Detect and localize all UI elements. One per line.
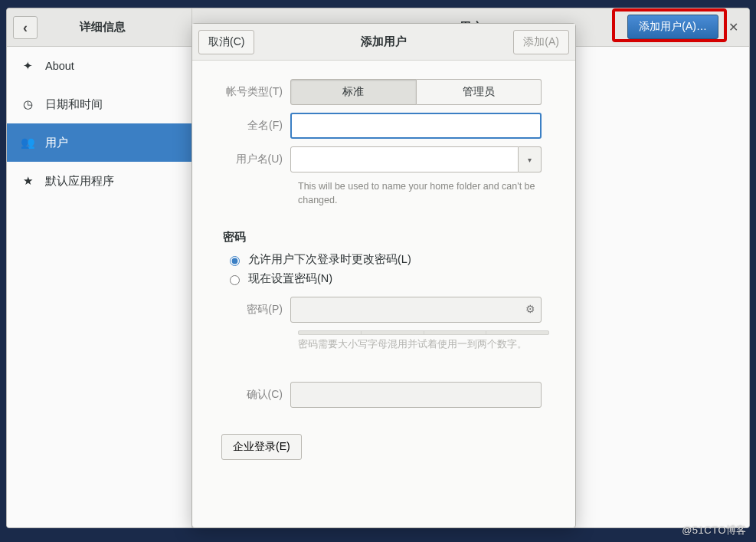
pw-radio-later[interactable]: 允许用户下次登录时更改密码(L): [226, 252, 551, 267]
dialog-header: 取消(C) 添加用户 添加(A): [192, 24, 575, 61]
confirm-input[interactable]: [290, 382, 542, 408]
cancel-button[interactable]: 取消(C): [198, 30, 254, 54]
watermark: @51CTO博客: [682, 524, 747, 537]
account-type-label: 帐号类型(T): [217, 85, 290, 99]
password-section-title: 密码: [223, 230, 551, 245]
add-button[interactable]: 添加(A): [513, 30, 569, 54]
password-row: 密码(P) ⚙: [217, 297, 551, 323]
username-input[interactable]: [290, 146, 519, 172]
password-strength-meter: [298, 330, 549, 335]
close-button[interactable]: ✕: [722, 8, 745, 46]
sidebar-item-datetime[interactable]: ◷ 日期和时间: [7, 85, 191, 123]
password-input[interactable]: [290, 297, 542, 323]
sidebar-item-label: About: [45, 60, 74, 72]
username-combo: ▾: [290, 146, 542, 172]
dialog-body: 帐号类型(T) 标准 管理员 全名(F) 用户名(U): [192, 61, 575, 527]
pw-radio-later-input[interactable]: [230, 256, 240, 266]
fullname-row: 全名(F): [217, 113, 551, 139]
account-type-row: 帐号类型(T) 标准 管理员: [217, 79, 551, 105]
account-type-segmented: 标准 管理员: [290, 79, 542, 105]
sidebar: ✦ About ◷ 日期和时间 👥 用户 ★ 默认应用程序: [7, 47, 192, 527]
star-icon: ★: [21, 174, 34, 188]
pw-radio-later-label: 允许用户下次登录时更改密码(L): [248, 252, 411, 267]
header-left-title: 详细信息: [38, 20, 167, 34]
password-label: 密码(P): [217, 303, 290, 317]
account-type-standard[interactable]: 标准: [290, 79, 417, 105]
chevron-left-icon: ‹: [23, 21, 28, 34]
confirm-row: 确认(C): [217, 382, 551, 408]
enterprise-login-button[interactable]: 企业登录(E): [221, 434, 302, 460]
confirm-label: 确认(C): [217, 388, 290, 402]
add-user-button[interactable]: 添加用户(A)…: [627, 15, 718, 39]
header-left: ‹ 详细信息: [7, 8, 192, 46]
gear-icon[interactable]: ⚙: [525, 303, 535, 315]
sidebar-item-label: 日期和时间: [45, 97, 103, 112]
sidebar-item-label: 用户: [45, 136, 68, 150]
username-dropdown-button[interactable]: ▾: [519, 146, 542, 172]
fullname-label: 全名(F): [217, 119, 290, 133]
username-row: 用户名(U) ▾: [217, 146, 551, 172]
fullname-input[interactable]: [290, 113, 542, 139]
username-label: 用户名(U): [217, 153, 290, 166]
username-help-text: This will be used to name your home fold…: [298, 180, 543, 207]
sidebar-item-about[interactable]: ✦ About: [7, 47, 191, 85]
pw-radio-now[interactable]: 现在设置密码(N): [226, 271, 551, 286]
chevron-down-icon: ▾: [528, 156, 532, 164]
sidebar-item-label: 默认应用程序: [45, 174, 114, 189]
clock-icon: ◷: [21, 97, 34, 111]
password-hint-text: 密码需要大小写字母混用并试着使用一到两个数字。: [298, 338, 543, 351]
sidebar-item-users[interactable]: 👥 用户: [7, 123, 191, 162]
pw-radio-now-input[interactable]: [230, 275, 240, 285]
about-icon: ✦: [21, 59, 34, 73]
sidebar-item-default-apps[interactable]: ★ 默认应用程序: [7, 162, 191, 200]
pw-radio-now-label: 现在设置密码(N): [248, 271, 332, 286]
close-icon: ✕: [728, 20, 738, 34]
account-type-admin[interactable]: 管理员: [417, 79, 542, 105]
back-button[interactable]: ‹: [13, 16, 38, 39]
add-user-dialog: 取消(C) 添加用户 添加(A) 帐号类型(T) 标准 管理员 全名(F): [191, 23, 576, 528]
dialog-title: 添加用户: [254, 34, 513, 49]
users-icon: 👥: [21, 136, 34, 149]
